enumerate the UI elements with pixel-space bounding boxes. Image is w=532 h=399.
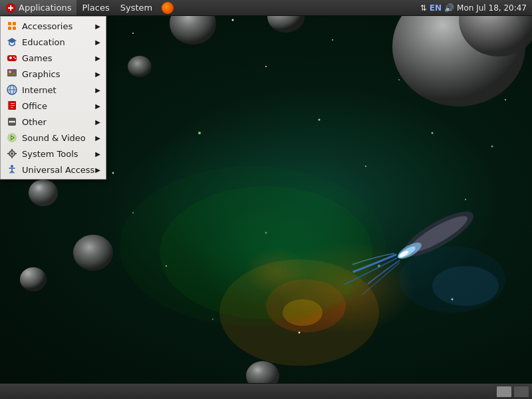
office-arrow: ▶	[95, 102, 100, 110]
firefox-icon	[162, 2, 174, 14]
applications-menu-button[interactable]: Applications	[0, 0, 76, 15]
menu-item-graphics[interactable]: Graphics ▶	[1, 66, 106, 82]
svg-point-67	[11, 121, 13, 123]
svg-rect-54	[7, 69, 17, 76]
workspace-2[interactable]	[513, 386, 529, 398]
other-icon	[6, 116, 18, 128]
graphics-icon	[6, 68, 18, 80]
svg-point-11	[465, 199, 466, 200]
svg-point-21	[491, 146, 493, 148]
internet-label: Internet	[22, 85, 57, 95]
svg-point-53	[15, 58, 16, 59]
svg-point-55	[9, 70, 11, 73]
accessories-label: Accessories	[22, 21, 72, 31]
taskbar-right: ⇅ EN 🔊 Mon Jul 18, 20:47	[418, 3, 532, 13]
bottom-panel	[0, 383, 532, 399]
games-label: Games	[22, 53, 52, 63]
svg-rect-63	[11, 105, 15, 106]
svg-point-5	[265, 66, 267, 67]
universal-access-arrow: ▶	[95, 166, 100, 174]
menu-item-education[interactable]: Education ▶	[1, 34, 106, 50]
other-arrow: ▶	[95, 118, 100, 126]
datetime: Mon Jul 18, 20:47	[457, 3, 527, 13]
menu-item-internet[interactable]: Internet ▶	[1, 82, 106, 98]
svg-rect-45	[8, 22, 11, 25]
taskbar-left: Applications Places System	[0, 0, 178, 15]
svg-point-38	[432, 266, 499, 306]
workspace-switcher	[496, 386, 532, 398]
svg-point-19	[112, 172, 114, 174]
applications-label: Applications	[19, 3, 71, 13]
accessories-arrow: ▶	[95, 23, 100, 30]
volume-icon[interactable]: 🔊	[444, 3, 454, 13]
games-icon	[6, 52, 18, 64]
signal-icon: ⇅	[420, 3, 427, 13]
svg-point-59	[7, 85, 17, 94]
system-tools-arrow: ▶	[95, 150, 100, 158]
svg-rect-51	[10, 57, 11, 59]
svg-rect-77	[7, 153, 9, 154]
accessories-icon	[6, 20, 18, 32]
education-label: Education	[22, 37, 65, 47]
svg-point-7	[198, 132, 201, 134]
firefox-button[interactable]	[158, 0, 178, 15]
graphics-label: Graphics	[22, 69, 60, 79]
svg-point-9	[365, 166, 366, 167]
universal-access-label: Universal Access	[22, 165, 94, 175]
applications-menu: Accessories ▶ Education ▶	[0, 16, 106, 180]
places-menu-button[interactable]: Places	[76, 0, 114, 15]
svg-point-30	[128, 56, 152, 77]
svg-point-79	[11, 165, 13, 168]
education-icon	[6, 36, 18, 48]
universal-access-icon	[6, 164, 18, 176]
svg-rect-62	[11, 103, 15, 104]
sound-video-icon	[6, 132, 18, 144]
desktop: Applications Places System ⇅ EN 🔊 Mon Ju…	[0, 0, 532, 399]
menu-item-sound-video[interactable]: Sound & Video ▶	[1, 130, 106, 146]
svg-point-6	[398, 79, 400, 80]
svg-point-20	[505, 99, 506, 100]
svg-rect-75	[11, 149, 13, 151]
system-tray: ⇅ EN 🔊 Mon Jul 18, 20:47	[418, 3, 529, 13]
svg-rect-76	[11, 156, 13, 158]
office-icon	[6, 100, 18, 112]
svg-point-68	[13, 121, 15, 123]
taskbar: Applications Places System ⇅ EN 🔊 Mon Ju…	[0, 0, 532, 16]
games-arrow: ▶	[95, 55, 100, 62]
svg-point-29	[20, 267, 47, 291]
menu-item-other[interactable]: Other ▶	[1, 114, 106, 130]
svg-point-2	[332, 39, 333, 41]
svg-point-52	[13, 57, 15, 58]
menu-item-system-tools[interactable]: System Tools ▶	[1, 146, 106, 162]
svg-point-66	[9, 121, 11, 123]
education-arrow: ▶	[95, 39, 100, 46]
other-label: Other	[22, 117, 47, 127]
menu-item-games[interactable]: Games ▶	[1, 50, 106, 66]
svg-point-74	[11, 152, 13, 155]
svg-point-72	[11, 137, 13, 138]
sound-video-label: Sound & Video	[22, 133, 86, 143]
system-menu-button[interactable]: System	[115, 0, 158, 15]
menu-item-accessories[interactable]: Accessories ▶	[1, 18, 106, 34]
svg-point-36	[120, 166, 386, 326]
svg-point-1	[232, 19, 234, 21]
applications-icon	[5, 3, 16, 13]
svg-point-27	[29, 180, 58, 206]
svg-rect-46	[13, 22, 16, 25]
places-label: Places	[82, 3, 109, 13]
svg-rect-64	[11, 107, 13, 108]
svg-point-28	[73, 235, 113, 271]
graphics-arrow: ▶	[95, 70, 100, 78]
svg-rect-78	[15, 153, 17, 154]
internet-icon	[6, 84, 18, 96]
svg-rect-48	[13, 27, 16, 30]
svg-point-0	[132, 33, 134, 34]
sound-video-arrow: ▶	[95, 134, 100, 142]
system-label: System	[120, 3, 152, 13]
system-tools-label: System Tools	[22, 149, 78, 159]
internet-arrow: ▶	[95, 86, 100, 94]
keyboard-layout[interactable]: EN	[430, 3, 442, 13]
menu-item-office[interactable]: Office ▶	[1, 98, 106, 114]
menu-item-universal-access[interactable]: Universal Access ▶	[1, 162, 106, 178]
workspace-1[interactable]	[496, 386, 512, 398]
